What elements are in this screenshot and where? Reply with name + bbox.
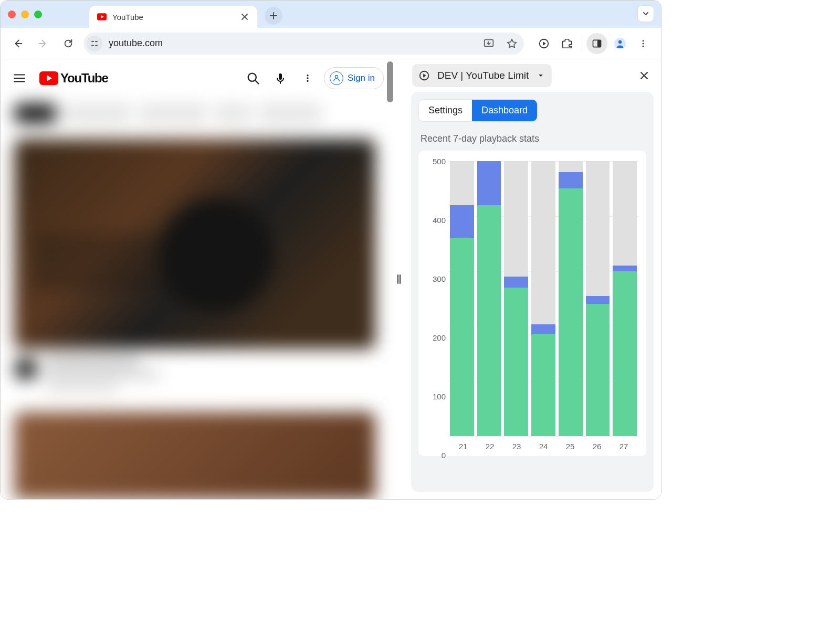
chevron-down-icon	[537, 72, 544, 79]
tab-dashboard[interactable]: Dashboard	[472, 100, 537, 121]
browser-tabbar: YouTube	[1, 1, 661, 28]
svg-rect-15	[279, 73, 282, 80]
bookmark-icon[interactable]	[503, 35, 521, 52]
y-tick-label: 400	[423, 216, 446, 225]
new-tab-button[interactable]	[265, 7, 282, 25]
svg-point-12	[643, 43, 644, 44]
youtube-play-icon	[39, 71, 58, 85]
browser-toolbar: youtube.com	[1, 28, 661, 59]
kebab-menu-icon[interactable]	[633, 33, 654, 54]
svg-point-11	[643, 40, 644, 41]
tab-switch: Settings Dashboard	[418, 99, 538, 122]
x-tick-label: 23	[503, 442, 530, 451]
user-icon	[330, 71, 343, 85]
close-window-button[interactable]	[8, 10, 16, 18]
x-tick-label: 25	[557, 442, 583, 451]
page-viewport: YouTube Sign in	[1, 59, 394, 499]
x-tick-label: 24	[530, 442, 556, 451]
back-button[interactable]	[8, 34, 28, 54]
extension-action-icon[interactable]	[533, 33, 554, 54]
svg-point-17	[307, 77, 308, 79]
voice-search-icon[interactable]	[269, 67, 291, 89]
x-tick-label: 22	[477, 442, 503, 451]
install-app-icon[interactable]	[480, 35, 498, 52]
window-controls	[8, 10, 42, 18]
svg-rect-4	[95, 45, 98, 46]
svg-rect-3	[91, 45, 94, 46]
bar-column	[559, 161, 583, 436]
svg-point-10	[618, 40, 622, 43]
x-tick-label: 26	[584, 442, 610, 451]
hamburger-menu-icon[interactable]	[11, 70, 28, 87]
svg-rect-8	[597, 40, 601, 47]
youtube-header: YouTube Sign in	[1, 59, 394, 97]
y-tick-label: 200	[423, 333, 446, 342]
tab-overflow-button[interactable]	[638, 6, 654, 22]
panel-body: Settings Dashboard Recent 7-day playback…	[411, 92, 654, 492]
bar-column	[450, 161, 474, 436]
minimize-window-button[interactable]	[21, 10, 29, 18]
more-options-icon[interactable]	[297, 67, 319, 89]
youtube-logo[interactable]: YouTube	[39, 71, 108, 86]
fullscreen-window-button[interactable]	[34, 10, 42, 18]
browser-tab[interactable]: YouTube	[89, 6, 257, 28]
sign-in-label: Sign in	[348, 73, 375, 83]
svg-point-13	[643, 45, 644, 47]
extensions-icon[interactable]	[556, 33, 578, 54]
close-devtools-button[interactable]	[636, 67, 653, 84]
tab-title: YouTube	[112, 13, 234, 22]
svg-point-18	[307, 80, 308, 82]
site-info-icon[interactable]	[87, 36, 102, 51]
svg-rect-2	[95, 41, 98, 42]
svg-rect-1	[91, 41, 94, 42]
page-scrollbar[interactable]	[387, 61, 393, 102]
devtools-resize-handle[interactable]	[394, 59, 404, 499]
svg-point-16	[307, 75, 308, 76]
bar-column	[613, 161, 637, 436]
y-tick-label: 500	[423, 157, 446, 166]
tab-settings[interactable]: Settings	[419, 100, 472, 121]
y-tick-label: 300	[423, 274, 446, 283]
y-tick-label: 100	[423, 392, 446, 401]
side-panel-icon[interactable]	[586, 33, 607, 54]
stats-title: Recent 7-day playback stats	[421, 133, 644, 144]
bar-column	[531, 161, 555, 436]
close-tab-button[interactable]	[239, 12, 250, 22]
profile-icon[interactable]	[610, 33, 631, 54]
bar-column	[504, 161, 528, 436]
playback-chart: 21222324252627 0100200300400500	[423, 158, 642, 452]
extension-play-icon	[417, 69, 431, 82]
toolbar-right	[529, 33, 654, 54]
forward-button[interactable]	[33, 34, 53, 54]
reload-button[interactable]	[58, 34, 78, 54]
blurred-content	[1, 97, 389, 499]
y-tick-label: 0	[423, 451, 446, 460]
toolbar-divider	[582, 36, 582, 51]
url-text: youtube.com	[108, 38, 475, 49]
extension-name: DEV | YouTube Limit	[437, 70, 529, 81]
x-tick-label: 21	[450, 442, 476, 451]
search-icon[interactable]	[242, 67, 264, 89]
sign-in-button[interactable]: Sign in	[324, 67, 384, 89]
youtube-favicon-icon	[97, 12, 107, 22]
address-bar[interactable]: youtube.com	[83, 33, 524, 55]
bar-column	[586, 161, 610, 436]
devtools-panel: DEV | YouTube Limit Settings Dashboard R…	[404, 59, 661, 499]
svg-point-19	[335, 76, 338, 78]
extension-selector[interactable]: DEV | YouTube Limit	[412, 64, 552, 87]
bar-column	[477, 161, 501, 436]
youtube-wordmark: YouTube	[60, 71, 108, 86]
x-tick-label: 27	[611, 442, 637, 451]
chart-card: 21222324252627 0100200300400500	[418, 151, 646, 456]
